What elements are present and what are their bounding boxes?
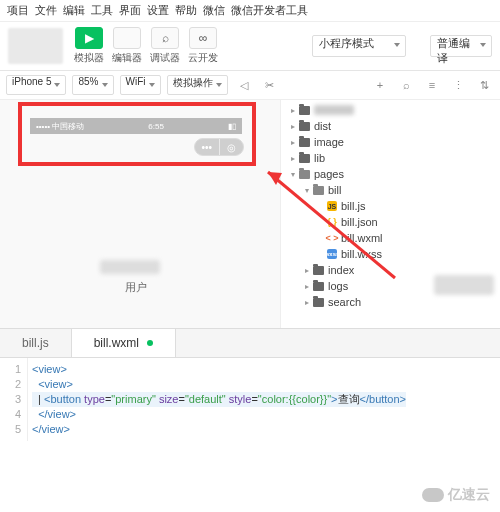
svg-line-0 [268,172,395,278]
tab-label: bill.wxml [94,336,139,350]
watermark: 亿速云 [422,486,490,504]
code-editor[interactable]: 12345 <view> <view> | <button type="prim… [0,358,500,441]
cloud-icon [422,488,444,502]
editor-tab[interactable]: bill.js [0,329,72,357]
tab-label: bill.js [22,336,49,350]
dirty-dot [147,340,153,346]
code-area[interactable]: <view> <view> | <button type="primary" s… [28,358,410,441]
annotation-frame [18,102,256,166]
editor-tabs: bill.jsbill.wxml [0,328,500,358]
line-gutter: 12345 [0,358,28,441]
editor-tab[interactable]: bill.wxml [72,329,176,357]
